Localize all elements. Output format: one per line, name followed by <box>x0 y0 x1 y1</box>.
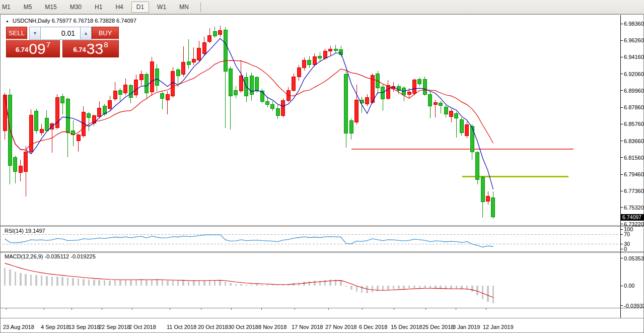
buy-button[interactable]: BUY <box>92 27 119 40</box>
date-axis-label: 30 Oct 2018 <box>228 324 258 330</box>
date-axis-label: 12 Jan 2019 <box>483 324 514 330</box>
date-axis-label: 22 Sep 2018 <box>99 324 130 330</box>
symbol-label: USDCNH,Daily <box>13 18 50 24</box>
volume-decrease-button[interactable]: ▼ <box>29 27 41 40</box>
price-axis-label: 6.98360 <box>624 21 644 27</box>
price-axis-label: 6.87860 <box>624 104 644 110</box>
timeframe-d1-button[interactable]: D1 <box>131 2 149 13</box>
date-axis-label: 13 Sep 2018 <box>68 324 100 330</box>
macd-label: MACD(12,26,9) -0.035112 -0.019225 <box>5 253 96 259</box>
chart-title: ▲ USDCNH,Daily 6.75977 6.76718 6.73828 6… <box>6 18 136 24</box>
price-axis-label: 6.81560 <box>624 155 644 161</box>
buy-price-prefix: 6.74 <box>73 46 86 53</box>
timeframe-toolbar: M1M5M15M30H1H4D1W1MN <box>0 0 644 14</box>
timeframe-h4-button[interactable]: H4 <box>110 2 128 13</box>
buy-price-main: 33 <box>87 42 103 55</box>
macd-axis-label: -0.039333 <box>624 303 644 309</box>
sell-price-main: 09 <box>29 42 45 55</box>
sell-button[interactable]: SELL <box>6 27 27 40</box>
price-axis-label: 6.83660 <box>624 138 644 144</box>
price-axis-label: 6.75320 <box>624 205 644 211</box>
date-axis-label: 8 Nov 2018 <box>258 324 287 330</box>
collapse-arrow-icon[interactable]: ▲ <box>6 19 9 23</box>
price-axis-label: 6.79460 <box>624 171 644 177</box>
timeframe-h1-button[interactable]: H1 <box>90 2 107 13</box>
timeframe-mn-button[interactable]: MN <box>174 2 194 13</box>
rsi-axis-label: 0 <box>624 246 627 252</box>
date-axis-label: 3 Jan 2019 <box>453 324 480 330</box>
price-axis-label: 6.85760 <box>624 121 644 127</box>
volume-input[interactable] <box>41 27 80 40</box>
sell-price-pip: 7 <box>46 40 50 49</box>
macd-axis-label: 0.053532 <box>624 255 644 261</box>
price-axis-label: 6.96260 <box>624 37 644 43</box>
price-axis-label: 6.77360 <box>624 188 644 194</box>
date-axis-label: 11 Oct 2018 <box>167 324 196 330</box>
date-axis-label: 20 Oct 2018 <box>198 324 228 330</box>
date-axis-label: 6 Dec 2018 <box>359 324 387 330</box>
current-price-tag: 6.74097 <box>621 214 644 221</box>
rsi-label: RSI(14) 19.1497 <box>5 228 45 234</box>
date-axis-label: 4 Sep 2018 <box>41 324 69 330</box>
buy-price-pip: 8 <box>104 40 108 49</box>
timeframe-m1-button[interactable]: M1 <box>0 2 16 13</box>
timeframe-m15-button[interactable]: M15 <box>40 2 61 13</box>
date-axis-label: 2 Oct 2018 <box>129 324 156 330</box>
price-axis-label: 6.89960 <box>624 88 644 94</box>
volume-increase-button[interactable]: ▲ <box>80 27 92 40</box>
date-axis-label: 23 Aug 2018 <box>3 324 34 330</box>
toolbar-separator <box>200 2 201 12</box>
terminal-frame: M1M5M15M30H1H4D1W1MN ▲ USDCNH,Daily 6.75… <box>0 0 644 333</box>
ohlc-values: 6.75977 6.76718 6.73828 6.74097 <box>52 18 136 24</box>
sell-price-box[interactable]: 6.74 09 7 <box>6 40 60 57</box>
chart-window: ▲ USDCNH,Daily 6.75977 6.76718 6.73828 6… <box>0 14 644 333</box>
rsi-axis-label: 70 <box>624 231 630 237</box>
timeframe-m5-button[interactable]: M5 <box>19 2 37 13</box>
date-axis-label: 15 Dec 2018 <box>391 324 422 330</box>
date-axis-label: 27 Nov 2018 <box>325 324 356 330</box>
timeframe-w1-button[interactable]: W1 <box>152 2 171 13</box>
date-axis-label: 25 Dec 2018 <box>422 324 454 330</box>
macd-axis-label: 0.00 <box>624 283 634 289</box>
date-axis-label: 17 Nov 2018 <box>292 324 323 330</box>
timeframe-m30-button[interactable]: M30 <box>65 2 87 13</box>
price-axis-label: 6.92060 <box>624 71 644 77</box>
buy-price-box[interactable]: 6.74 33 8 <box>62 40 119 57</box>
price-axis-label: 6.94160 <box>624 54 644 60</box>
sell-price-prefix: 6.74 <box>16 46 28 53</box>
